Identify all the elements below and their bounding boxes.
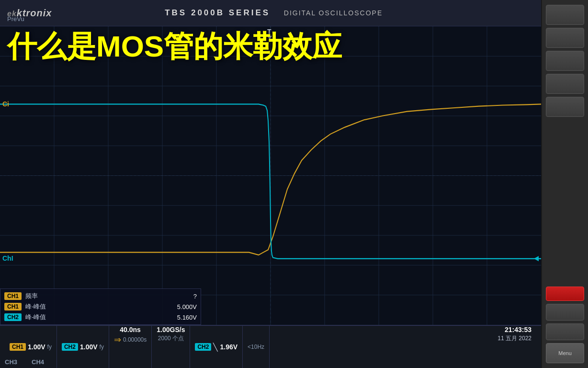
trigger-level: 1.96V xyxy=(220,343,237,351)
right-btn-4[interactable] xyxy=(546,74,584,94)
sample-rate-info: 1.00GS/s 2000 个点 xyxy=(152,326,190,368)
ch1-badge-vpp: CH1 xyxy=(4,303,22,310)
timebase-info: 40.0ns ⇒ 0.00000s xyxy=(109,326,152,368)
time-display: 21:43:53 xyxy=(505,326,531,334)
model-name: TBS 2000B SERIES DIGITAL OSCILLOSCOPE xyxy=(13,8,534,18)
time-offset: 0.00000s xyxy=(123,336,147,343)
measurement-row-3: CH2 峰-峰值 5.160V xyxy=(0,312,201,322)
timebase-value: 40.0ns xyxy=(120,326,141,334)
trigger-ch-badge: CH2 xyxy=(195,343,211,351)
svg-text:Ci: Ci xyxy=(2,100,9,108)
ch2-info: CH2 1.00V fy xyxy=(57,326,109,368)
ch2-voltage: 1.00V xyxy=(80,343,98,351)
ch1-voltage: 1.00V xyxy=(28,343,45,351)
datetime-info: 21:43:53 11 五月 2022 xyxy=(270,326,536,368)
ch2-badge-vpp: CH2 xyxy=(4,313,22,321)
trigger-slope-icon: ╲ xyxy=(213,343,218,352)
measurement-row-1: CH1 频率 ? xyxy=(0,291,201,301)
right-panel: Menu xyxy=(541,0,588,368)
measurement-row-2: CH1 峰-峰值 5.000V xyxy=(0,301,201,312)
right-btn-1[interactable] xyxy=(546,5,584,25)
sample-rate: 1.00GS/s xyxy=(157,326,185,334)
meas-label-freq: 频率 xyxy=(25,292,155,300)
right-btn-5[interactable] xyxy=(546,97,584,117)
title-overlay: 什么是MOS管的米勒效应 xyxy=(0,26,541,67)
menu-button[interactable]: Menu xyxy=(546,343,584,363)
svg-text:ChI: ChI xyxy=(2,254,13,263)
menu-label: Menu xyxy=(558,350,572,356)
measurements-panel: CH1 频率 ? CH1 峰-峰值 5.000V CH2 峰-峰值 5.160V xyxy=(0,288,201,325)
trigger-info: CH2 ╲ 1.96V xyxy=(190,326,243,368)
oscilloscope-screen: ekktronix TBS 2000B SERIES DIGITAL OSCIL… xyxy=(0,0,541,368)
right-btn-2[interactable] xyxy=(546,28,584,48)
waveform-display: T Ci ChI xyxy=(0,26,541,325)
svg-marker-22 xyxy=(534,256,539,261)
meas-value-vpp2: 5.160V xyxy=(158,314,197,321)
right-btn-3[interactable] xyxy=(546,51,584,71)
ch1-badge-freq: CH1 xyxy=(4,292,22,300)
prevu-label: PreVu xyxy=(7,15,24,23)
ch2-voltage-badge: CH2 xyxy=(62,343,78,351)
record-length: 2000 个点 xyxy=(158,334,184,343)
right-btn-6[interactable] xyxy=(546,304,584,321)
meas-label-vpp1: 峰-峰值 xyxy=(25,302,155,311)
meas-label-vpp2: 峰-峰值 xyxy=(25,313,155,322)
ch3-ch4-labels: CH3 CH4 xyxy=(5,358,44,366)
ch4-label: CH4 xyxy=(32,358,44,366)
meas-value-freq: ? xyxy=(158,293,197,300)
freq-info: <10Hz xyxy=(243,326,270,368)
ch1-coupling: fy xyxy=(47,344,52,350)
right-btn-red[interactable] xyxy=(546,287,584,301)
date-display: 11 五月 2022 xyxy=(498,334,531,343)
right-btn-7[interactable] xyxy=(546,323,584,340)
ch3-label: CH3 xyxy=(5,358,17,366)
ch2-coupling: fy xyxy=(100,344,104,350)
trigger-freq: <10Hz xyxy=(248,344,264,350)
meas-value-vpp1: 5.000V xyxy=(158,303,197,310)
title-text: 什么是MOS管的米勒效应 xyxy=(7,30,534,63)
arrow-icon: ⇒ xyxy=(114,334,121,345)
bottom-status-bar: CH1 1.00V fy CH2 1.00V fy 40.0ns ⇒ 0.000… xyxy=(0,325,541,368)
ch1-voltage-badge: CH1 xyxy=(10,343,26,351)
top-bar: ekktronix TBS 2000B SERIES DIGITAL OSCIL… xyxy=(0,0,541,26)
